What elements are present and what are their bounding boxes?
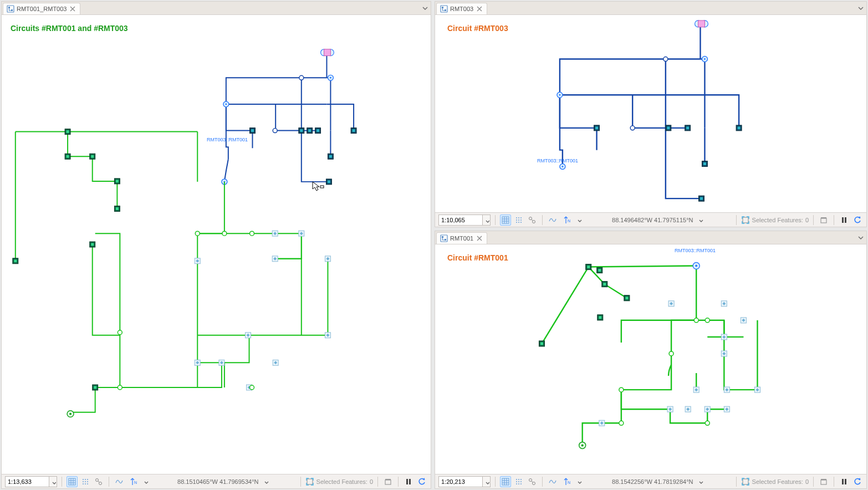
snapping-button[interactable] (93, 476, 104, 487)
coordinates-readout: 88.1510465°W 41.7969534°N (177, 476, 272, 487)
selected-features: Selected Features: 0 (305, 477, 373, 486)
circuit-rmt003 (435, 15, 866, 212)
scale-dropdown[interactable] (49, 476, 57, 487)
diagram-canvas[interactable]: Circuit #RMT001 RMT003::RMT001 (435, 244, 866, 474)
popup-button[interactable] (382, 476, 394, 487)
close-icon[interactable] (476, 5, 483, 13)
tab-label: RMT003 (450, 6, 473, 12)
refresh-button[interactable] (416, 476, 427, 487)
pane-top-left: RMT003 Circuit #RMT003 RMT003::RMT001 (435, 1, 867, 227)
constraints-button[interactable] (114, 476, 125, 487)
grid-button[interactable] (500, 215, 511, 226)
snapping-button[interactable] (527, 476, 538, 487)
status-bar: 88.1510465°W 41.7969534°N Selected Featu… (2, 474, 431, 488)
close-icon[interactable] (69, 5, 76, 13)
pause-drawing-button[interactable] (839, 215, 850, 226)
north-arrow-button[interactable] (127, 476, 138, 487)
diagram-icon (7, 5, 14, 13)
scale-control (5, 476, 57, 487)
north-arrow-button[interactable] (560, 476, 571, 487)
refresh-button[interactable] (852, 476, 863, 487)
diagram-canvas[interactable]: Circuits #RMT001 and #RMT003 RMT003::RMT… (2, 15, 431, 474)
tabbar: RMT001 (435, 231, 866, 244)
tab-rmt001[interactable]: RMT001 (436, 232, 487, 244)
close-icon[interactable] (476, 234, 483, 242)
diagram-icon (440, 234, 448, 242)
diagram-title: Circuit #RMT001 (447, 253, 508, 262)
popup-button[interactable] (818, 476, 829, 487)
pane-right: RMT001_RMT003 Circuits #RMT001 and #RMT0… (1, 1, 431, 489)
coords-menu[interactable] (695, 215, 706, 226)
pause-drawing-button[interactable] (403, 476, 414, 487)
coords-menu[interactable] (695, 476, 706, 487)
circuit-rmt001 (435, 244, 866, 474)
selected-features: Selected Features: 0 (741, 477, 809, 486)
coordinates-readout: 88.1496482°W 41.7975115°N (612, 215, 706, 226)
tab-label: RMT001_RMT003 (17, 6, 67, 12)
grid-dots-button[interactable] (513, 215, 524, 226)
circuit-label: RMT003::RMT001 (675, 248, 716, 253)
more-tools-button[interactable] (574, 215, 585, 226)
diagram-icon (440, 5, 448, 13)
selected-features: Selected Features: 0 (741, 216, 809, 224)
grid-dots-button[interactable] (80, 476, 91, 487)
circuit-label: RMT003::RMT001 (207, 137, 248, 142)
scale-input[interactable] (5, 476, 49, 487)
status-bar: 88.1542256°W 41.7819284°N Selected Featu… (435, 474, 866, 488)
scale-control (438, 476, 491, 487)
diagram-title: Circuits #RMT001 and #RMT003 (11, 24, 128, 33)
coords-menu[interactable] (261, 476, 272, 487)
popup-button[interactable] (818, 215, 829, 226)
tabbar-menu-button[interactable] (420, 2, 431, 14)
scale-dropdown[interactable] (483, 476, 491, 487)
coordinates-readout: 88.1542256°W 41.7819284°N (612, 476, 706, 487)
grid-button[interactable] (500, 476, 511, 487)
refresh-button[interactable] (852, 215, 863, 226)
scale-control (438, 215, 491, 226)
constraints-button[interactable] (547, 476, 558, 487)
tabbar-menu-button[interactable] (855, 2, 866, 14)
north-arrow-button[interactable] (560, 215, 571, 226)
pane-bottom-left: RMT001 Circuit #RMT001 RMT003::RMT001 (435, 231, 867, 489)
more-tools-button[interactable] (574, 476, 585, 487)
tab-rmt003[interactable]: RMT003 (436, 3, 487, 14)
diagram-canvas[interactable]: Circuit #RMT003 RMT003::RMT001 (435, 15, 866, 212)
pause-drawing-button[interactable] (839, 476, 850, 487)
tab-rmt001-rmt003[interactable]: RMT001_RMT003 (3, 3, 80, 14)
tabbar: RMT001_RMT003 (2, 2, 431, 15)
status-bar: 88.1496482°W 41.7975115°N Selected Featu… (435, 212, 866, 227)
scale-input[interactable] (438, 476, 483, 487)
tabbar-menu-button[interactable] (855, 231, 866, 244)
scale-dropdown[interactable] (483, 215, 491, 226)
grid-button[interactable] (67, 476, 78, 487)
circuit-combined (2, 15, 431, 474)
tabbar: RMT003 (435, 2, 866, 15)
scale-input[interactable] (438, 215, 483, 226)
more-tools-button[interactable] (140, 476, 151, 487)
tab-label: RMT001 (450, 235, 473, 242)
snapping-button[interactable] (527, 215, 538, 226)
diagram-title: Circuit #RMT003 (447, 24, 508, 33)
circuit-label: RMT003::RMT001 (537, 158, 578, 164)
grid-dots-button[interactable] (513, 476, 524, 487)
constraints-button[interactable] (547, 215, 558, 226)
